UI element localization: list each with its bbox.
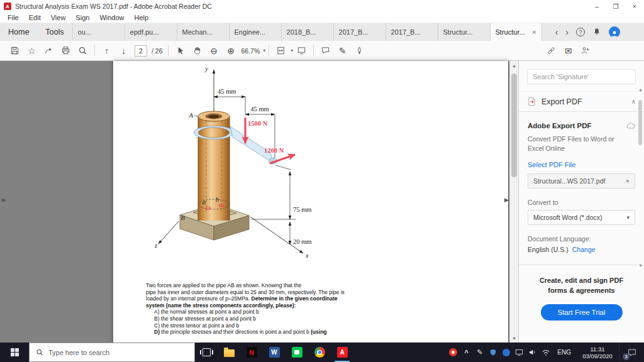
scroll-up-icon[interactable]: ▲ — [510, 61, 518, 70]
tab-home[interactable]: Home — [0, 23, 37, 41]
hand-tool-icon[interactable] — [189, 43, 206, 58]
zoom-out-icon[interactable]: ⊖ — [206, 43, 223, 58]
scrollbar-thumb[interactable] — [511, 74, 517, 177]
right-panel-collapse-icon[interactable]: ▶ — [504, 197, 509, 203]
document-tab[interactable]: Structur... — [438, 23, 490, 41]
selected-file-chip[interactable]: Structural...WS 2017.pdf × — [528, 173, 635, 189]
share-link-icon[interactable] — [543, 43, 560, 58]
acrobat-button[interactable]: A — [331, 343, 353, 362]
document-tab[interactable]: Enginee... — [229, 23, 281, 41]
search-icon — [36, 348, 43, 356]
maximize-button[interactable]: ❐ — [606, 0, 625, 13]
problem-line: Two forces are applied to the pipe AB as… — [146, 282, 380, 289]
figure-label-dim-top: 45 mm — [218, 88, 236, 95]
problem-line: pipe has inner and outer diameters equal… — [146, 289, 380, 296]
document-scrollbar[interactable]: ▲ ▼ — [509, 61, 518, 343]
favorites-star-icon[interactable]: ☆ — [23, 43, 40, 58]
select-pdf-file-link[interactable]: Select PDF File — [528, 161, 635, 168]
document-tab[interactable]: 2017_B... — [386, 23, 438, 41]
tab-forward-icon[interactable]: › — [565, 27, 569, 37]
menu-item-file[interactable]: File — [3, 14, 24, 21]
page-number-input[interactable]: 2 — [135, 45, 147, 57]
export-pdf-section-header[interactable]: Export PDF ∧ — [519, 91, 644, 112]
share-icon[interactable] — [40, 43, 57, 58]
network-wifi-icon[interactable] — [539, 343, 552, 362]
highlight-tool-icon[interactable]: ✎ — [334, 43, 351, 58]
left-panel-expand-icon[interactable]: ▶ — [2, 197, 6, 203]
menu-item-window[interactable]: Window — [94, 14, 129, 21]
help-icon[interactable]: ? — [576, 28, 585, 36]
user-avatar[interactable] — [609, 26, 620, 38]
clock-date: 03/09/2020 — [576, 353, 619, 359]
zoom-level-select[interactable]: 66.7% ▾ — [240, 47, 266, 55]
doc-tabs: ou...epdf.pu...Mechan...Enginee...2018_B… — [72, 23, 542, 41]
bluetooth-icon[interactable] — [499, 343, 513, 362]
close-button[interactable]: × — [625, 0, 644, 13]
request-signatures-icon[interactable] — [577, 43, 594, 58]
document-tab-label: Structur... — [443, 28, 473, 36]
minimize-button[interactable]: – — [587, 0, 606, 13]
zoom-in-icon[interactable]: ⊕ — [223, 43, 240, 58]
document-tab[interactable]: 2017_B... — [333, 23, 386, 41]
document-tab[interactable]: 2018_B... — [281, 23, 333, 41]
send-email-icon[interactable]: ✉ — [560, 43, 577, 58]
document-tab[interactable]: Structur...× — [490, 23, 542, 41]
action-center-button[interactable]: 3 — [619, 343, 644, 362]
menu-item-sign[interactable]: Sign — [70, 14, 94, 21]
panel-scroll-down-icon[interactable]: ▼ — [638, 263, 643, 268]
task-view-button[interactable] — [195, 343, 218, 362]
netflix-button[interactable]: N — [240, 343, 263, 362]
previous-page-icon[interactable]: ↑ — [98, 43, 115, 58]
fit-width-icon[interactable] — [272, 43, 289, 58]
notifications-bell-icon[interactable] — [592, 27, 601, 37]
menu-item-view[interactable]: View — [46, 14, 71, 21]
document-tab[interactable]: Mechan... — [177, 23, 229, 41]
security-shield-icon[interactable] — [486, 343, 499, 362]
tab-back-icon[interactable]: ‹ — [555, 27, 558, 37]
language-indicator[interactable]: ENG — [552, 349, 576, 356]
document-tab[interactable]: epdf.pu... — [125, 23, 177, 41]
next-page-icon[interactable]: ↓ — [115, 43, 132, 58]
selected-file-name: Structural...WS 2017.pdf — [533, 177, 605, 185]
figure-label-dim-base: 20 mm — [293, 238, 311, 245]
document-tab[interactable]: ou... — [72, 23, 125, 41]
adobe-export-pdf-title: Adobe Export PDF — [528, 122, 592, 129]
tray-pen-icon[interactable]: ✎ — [473, 343, 486, 362]
convert-format-select[interactable]: Microsoft Word (*.docx) ▾ — [528, 210, 635, 225]
panel-search-input[interactable] — [533, 73, 630, 80]
tab-bar: Home Tools ou...epdf.pu...Mechan...Engin… — [0, 23, 644, 41]
figure-label-point-A: A — [189, 112, 194, 119]
menu-item-edit[interactable]: Edit — [24, 14, 46, 21]
chrome-button[interactable] — [308, 343, 331, 362]
page-display-icon[interactable] — [293, 43, 310, 58]
start-button[interactable] — [0, 343, 29, 362]
menu-item-help[interactable]: Help — [130, 14, 154, 21]
panel-scroll-up-icon[interactable]: ▲ — [638, 87, 643, 92]
taskbar-search-input[interactable] — [48, 349, 188, 356]
file-explorer-button[interactable] — [218, 343, 240, 362]
save-icon[interactable] — [6, 43, 23, 58]
scroll-down-icon[interactable]: ▼ — [510, 334, 518, 343]
taskbar-clock[interactable]: 11:31 03/09/2020 — [576, 346, 619, 359]
select-tool-icon[interactable] — [172, 43, 189, 58]
find-icon[interactable] — [74, 43, 91, 58]
display-tray-icon[interactable] — [513, 343, 526, 362]
panel-search-box[interactable] — [527, 69, 636, 84]
messenger-button[interactable] — [286, 343, 308, 362]
word-button[interactable]: W — [263, 343, 286, 362]
fill-sign-tool-icon[interactable] — [351, 43, 368, 58]
hidden-icons-button[interactable]: ^ — [460, 343, 473, 362]
tab-close-icon[interactable]: × — [530, 28, 536, 36]
file-chip-close-icon[interactable]: × — [626, 177, 630, 185]
tab-tools[interactable]: Tools — [37, 23, 72, 41]
panel-scrollbar-thumb[interactable] — [638, 100, 642, 145]
language-change-link[interactable]: Change — [572, 246, 596, 253]
print-icon[interactable] — [57, 43, 74, 58]
comment-tool-icon[interactable] — [317, 43, 334, 58]
start-free-trial-button[interactable]: Start Free Trial — [541, 304, 623, 321]
tray-app-icon[interactable] — [447, 343, 460, 362]
volume-icon[interactable] — [526, 343, 539, 362]
figure-label-point-b: b — [216, 196, 219, 203]
export-pdf-icon — [527, 97, 536, 106]
taskbar-search-box[interactable] — [29, 343, 195, 362]
